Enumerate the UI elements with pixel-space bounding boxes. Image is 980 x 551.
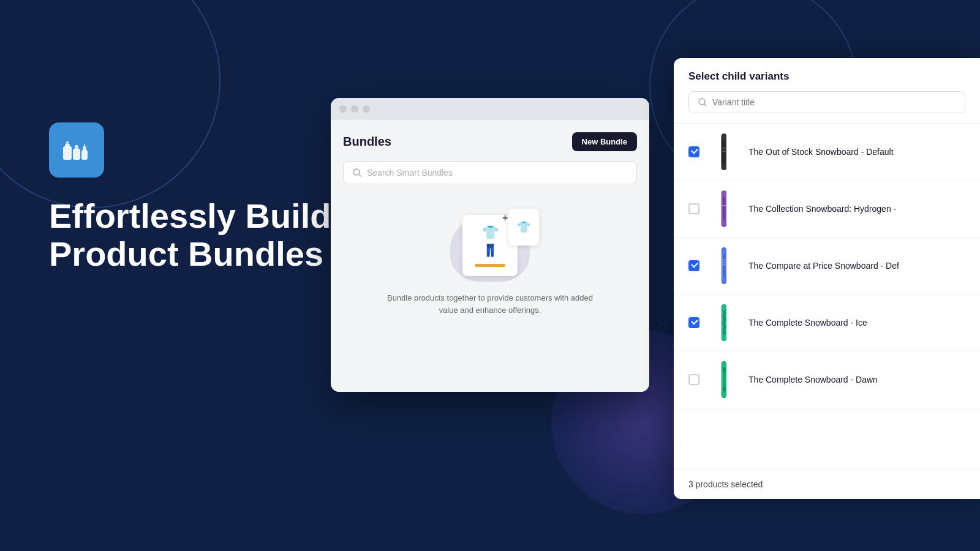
browser-titlebar bbox=[331, 98, 649, 120]
variant-name-5: The Complete Snowboard - Dawn bbox=[748, 375, 878, 384]
snowboard-svg-4 bbox=[708, 303, 740, 342]
left-section: Effortlessly Build Product Bundles bbox=[49, 122, 368, 272]
illus-shirt2-icon: 👕 bbox=[517, 220, 530, 234]
browser-content: Bundles New Bundle Search Smart Bundles … bbox=[331, 120, 649, 392]
variant-image-3 bbox=[708, 246, 740, 285]
snowboard-svg-1 bbox=[708, 132, 740, 171]
svg-line-11 bbox=[704, 104, 706, 106]
svg-rect-23 bbox=[722, 205, 726, 206]
svg-rect-5 bbox=[81, 150, 88, 160]
svg-rect-42 bbox=[722, 372, 726, 387]
bundles-search-bar[interactable]: Search Smart Bundles bbox=[343, 161, 637, 184]
variant-image-2 bbox=[708, 189, 740, 228]
variant-item-3: The Compare at Price Snowboard - Def bbox=[674, 238, 980, 294]
bundles-search-placeholder: Search Smart Bundles bbox=[367, 168, 453, 178]
svg-rect-16 bbox=[722, 148, 726, 149]
snowboard-svg-2 bbox=[708, 189, 740, 228]
variants-panel: Select child variants bbox=[674, 58, 980, 499]
selected-count-text: 3 products selected bbox=[688, 479, 763, 489]
browser-dot-yellow bbox=[351, 105, 358, 113]
variant-image-1 bbox=[708, 132, 740, 171]
variant-checkbox-4[interactable] bbox=[688, 317, 699, 328]
variant-item-2: The Collection Snowboard: Hydrogen - bbox=[674, 181, 980, 238]
variants-search-icon bbox=[698, 97, 707, 107]
search-icon bbox=[352, 168, 362, 178]
variant-image-4 bbox=[708, 303, 740, 342]
variants-search-bar[interactable] bbox=[688, 91, 965, 113]
headline-line2: Product Bundles bbox=[49, 234, 323, 273]
svg-rect-17 bbox=[722, 151, 726, 152]
empty-state-text: Bundle products together to provide cust… bbox=[380, 292, 600, 316]
variant-item-4: The Complete Snowboard - Ice bbox=[674, 294, 980, 351]
illus-progress-bar bbox=[475, 264, 505, 267]
app-icon bbox=[49, 122, 104, 178]
variants-list: The Out of Stock Snowboard - Default The… bbox=[674, 124, 980, 469]
bundles-title: Bundles bbox=[343, 135, 391, 149]
svg-line-9 bbox=[359, 174, 361, 176]
bundles-header: Bundles New Bundle bbox=[343, 132, 637, 151]
svg-point-14 bbox=[722, 134, 726, 140]
app-icon-svg bbox=[59, 133, 94, 167]
variant-name-3: The Compare at Price Snowboard - Def bbox=[748, 261, 899, 271]
variant-checkbox-3[interactable] bbox=[688, 260, 699, 271]
variant-checkbox-2[interactable] bbox=[688, 203, 699, 214]
svg-point-40 bbox=[722, 362, 726, 368]
svg-point-35 bbox=[722, 305, 726, 311]
illus-plus-icon: + bbox=[502, 212, 508, 223]
variant-image-5 bbox=[708, 360, 740, 399]
svg-rect-33 bbox=[721, 305, 723, 340]
browser-window: Bundles New Bundle Search Smart Bundles … bbox=[331, 98, 649, 392]
variant-name-2: The Collection Snowboard: Hydrogen - bbox=[748, 204, 896, 214]
headline-line1: Effortlessly Build bbox=[49, 197, 331, 235]
snowboard-svg-3 bbox=[708, 246, 740, 285]
headline: Effortlessly Build Product Bundles bbox=[49, 197, 368, 272]
svg-rect-4 bbox=[75, 145, 78, 150]
svg-point-15 bbox=[722, 163, 726, 170]
illus-pants-icon: 👖 bbox=[483, 243, 498, 258]
variant-checkbox-1[interactable] bbox=[688, 146, 699, 157]
svg-point-22 bbox=[722, 220, 726, 227]
illus-shirt-icon: 👕 bbox=[482, 225, 499, 241]
browser-dot-green bbox=[363, 105, 370, 113]
svg-rect-19 bbox=[721, 192, 723, 226]
illus-card-right: 👕 bbox=[508, 209, 539, 246]
variants-search-input[interactable] bbox=[712, 97, 956, 107]
new-bundle-button[interactable]: New Bundle bbox=[572, 132, 637, 151]
svg-point-21 bbox=[722, 191, 726, 197]
variants-panel-title: Select child variants bbox=[688, 70, 965, 83]
svg-rect-3 bbox=[73, 149, 80, 160]
snowboard-svg-5 bbox=[708, 360, 740, 399]
variants-footer: 3 products selected bbox=[674, 469, 980, 499]
svg-point-36 bbox=[722, 334, 726, 340]
variant-name-4: The Complete Snowboard - Ice bbox=[748, 318, 867, 328]
svg-point-41 bbox=[722, 391, 726, 397]
svg-rect-7 bbox=[84, 144, 85, 148]
variant-name-1: The Out of Stock Snowboard - Default bbox=[748, 147, 894, 157]
empty-state: 👕 👖 + 👕 Bundle products together to prov… bbox=[343, 197, 637, 316]
variant-item-5: The Complete Snowboard - Dawn bbox=[674, 351, 980, 408]
bundle-illustration: 👕 👖 + 👕 bbox=[435, 203, 545, 282]
svg-rect-2 bbox=[66, 141, 69, 145]
variant-item-1: The Out of Stock Snowboard - Default bbox=[674, 124, 980, 181]
variant-checkbox-5[interactable] bbox=[688, 374, 699, 385]
browser-dot-red bbox=[339, 105, 347, 113]
variants-header: Select child variants bbox=[674, 58, 980, 124]
svg-rect-0 bbox=[63, 146, 72, 160]
